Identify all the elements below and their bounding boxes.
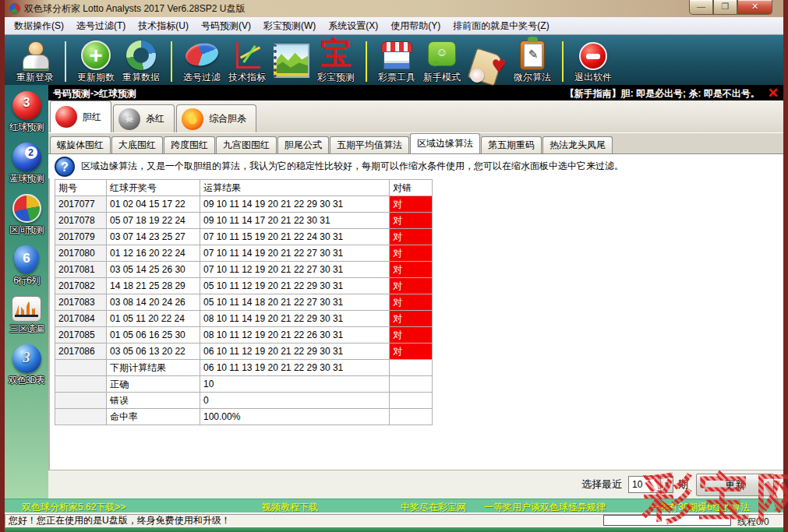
maximize-button[interactable]: ❐ bbox=[713, 0, 737, 15]
toolbar-login-button[interactable]: 重新登录 bbox=[12, 37, 58, 84]
table-cell: 2017084 bbox=[55, 311, 107, 327]
table-cell: 03 08 14 20 24 26 bbox=[107, 294, 200, 311]
tab-胆尾公式[interactable]: 胆尾公式 bbox=[277, 136, 329, 153]
ball-red-icon bbox=[55, 106, 77, 128]
table-cell: 2017083 bbox=[55, 294, 107, 311]
toolbar-filter-button[interactable]: 选号过滤 bbox=[179, 37, 224, 84]
table-cell: 2017079 bbox=[55, 229, 107, 245]
window-controls: —❐✕ bbox=[689, 0, 772, 15]
toolbar-button-label: 技术指标 bbox=[228, 71, 266, 84]
magnifier-icon bbox=[470, 69, 484, 83]
tab-五期平均值算法[interactable]: 五期平均值算法 bbox=[330, 136, 409, 153]
exit-icon bbox=[579, 42, 607, 70]
tab-第五期重码[interactable]: 第五期重码 bbox=[481, 136, 542, 153]
table-cell: 03 07 14 23 25 27 bbox=[107, 229, 200, 245]
sidebar-item-label: 红球预测 bbox=[9, 121, 44, 134]
tab-螺旋体围红[interactable]: 螺旋体围红 bbox=[50, 136, 111, 153]
sidebar-item-missing[interactable]: 三区遗漏 bbox=[9, 296, 44, 336]
toolbar-recalc-button[interactable]: 重算数据 bbox=[118, 37, 164, 84]
menu-item[interactable]: 使用帮助(Y) bbox=[384, 17, 447, 35]
tab-区域边缘算法[interactable]: 区域边缘算法 bbox=[410, 133, 480, 153]
progress-bar bbox=[603, 515, 731, 526]
tab-综合胆杀[interactable]: 综合胆杀 bbox=[176, 104, 256, 132]
update-button[interactable]: 更新 bbox=[696, 474, 774, 496]
algo-tab-strip: 螺旋体围红大底围红跨度围红九宫图围红胆尾公式五期平均值算法区域边缘算法第五期重码… bbox=[48, 133, 783, 153]
menu-item[interactable]: 排前面的就是中奖号(Z) bbox=[447, 17, 555, 35]
table-cell: 正确 bbox=[107, 376, 200, 393]
sidebar-item-redball[interactable]: 红球预测 bbox=[9, 91, 44, 134]
table-cell: 2017077 bbox=[55, 196, 107, 213]
table-row: 命中率100.00% bbox=[55, 409, 433, 425]
algo-description: 区域边缘算法，又是一个取胆组的算法，我认为它的稳定性比较好，每期可以作缩水条件使… bbox=[81, 160, 624, 173]
bottom-controls: 选择最近 10 ▼ 期 更新 bbox=[48, 470, 783, 499]
table-header-cell: 期号 bbox=[55, 180, 107, 196]
main-area: 红球预测蓝球预测区间预测6行6列三区遗漏双色3D表 号码预测->红球预测 【新手… bbox=[5, 85, 783, 499]
table-cell: 2017085 bbox=[55, 327, 107, 344]
table-cell: 03 05 06 13 20 22 bbox=[107, 344, 200, 360]
table-row: 201708103 05 14 25 26 3007 10 11 12 19 2… bbox=[55, 262, 433, 278]
sidebar-item-3dball[interactable]: 双色3D表 bbox=[9, 344, 44, 387]
table-cell: 对 bbox=[390, 213, 433, 229]
table-row: 201708303 08 14 20 24 2605 10 11 14 18 2… bbox=[55, 294, 433, 311]
table-cell: 对 bbox=[390, 327, 433, 344]
table-header-cell: 红球开奖号 bbox=[107, 180, 200, 196]
sidebar-item-pie[interactable]: 区间预测 bbox=[9, 194, 44, 237]
table-cell: 05 07 18 19 22 24 bbox=[107, 213, 200, 229]
close-button[interactable]: ✕ bbox=[737, 0, 772, 15]
redball-icon bbox=[12, 91, 41, 120]
menu-item[interactable]: 号码预测(V) bbox=[195, 17, 257, 35]
tab-label: 杀红 bbox=[146, 112, 164, 125]
toolbar-wfolder-button[interactable] bbox=[465, 37, 510, 84]
toolbar-exit-button[interactable]: 退出软件 bbox=[571, 37, 616, 84]
tab-热法龙头凤尾[interactable]: 热法龙头凤尾 bbox=[542, 136, 613, 153]
chevron-down-icon[interactable]: ▼ bbox=[660, 477, 673, 492]
results-table: 期号红球开奖号运算结果对错 201707701 02 04 15 17 2209… bbox=[55, 179, 433, 425]
table-body: 201707701 02 04 15 17 2209 10 11 14 19 2… bbox=[55, 196, 433, 425]
menu-item[interactable]: 系统设置(X) bbox=[322, 17, 384, 35]
panel-close-icon[interactable]: ✕ bbox=[768, 87, 779, 100]
missing-icon bbox=[12, 296, 41, 322]
results-table-area: 期号红球开奖号运算结果对错 201707701 02 04 15 17 2209… bbox=[48, 178, 783, 470]
table-cell: 对 bbox=[390, 245, 433, 262]
menu-item[interactable]: 技术指标(U) bbox=[132, 17, 195, 35]
toolbar-separator bbox=[366, 41, 367, 82]
tab-跨度围红[interactable]: 跨度围红 bbox=[164, 136, 215, 153]
toolbar-shop-button[interactable]: 彩票工具 bbox=[374, 37, 419, 84]
toolbar-add-button[interactable]: 更新期数 bbox=[73, 37, 118, 84]
sidebar-item-drop6[interactable]: 6行6列 bbox=[13, 245, 39, 287]
tech-icon bbox=[231, 41, 263, 70]
toolbar-separator bbox=[65, 41, 66, 82]
table-cell: 2017081 bbox=[55, 262, 107, 278]
weier-icon bbox=[520, 41, 545, 70]
toolbar-tech-button[interactable]: 技术指标 bbox=[224, 37, 270, 84]
sidebar-item-blueball[interactable]: 蓝球预测 bbox=[9, 143, 44, 185]
newbie-icon bbox=[428, 41, 456, 66]
select-recent-label: 选择最近 bbox=[581, 477, 622, 491]
table-cell: 05 10 11 14 18 20 21 22 27 30 31 bbox=[200, 294, 390, 311]
toolbar-trend-button[interactable] bbox=[270, 37, 313, 84]
bao-icon bbox=[320, 37, 352, 70]
toolbar-button-label: 重新登录 bbox=[16, 71, 54, 84]
table-cell: 01 12 16 20 22 24 bbox=[107, 245, 200, 262]
tab-九宫图围红[interactable]: 九宫图围红 bbox=[216, 136, 277, 153]
tab-胆红[interactable]: 胆红 bbox=[50, 100, 111, 132]
period-count-select[interactable]: 10 ▼ bbox=[628, 476, 673, 493]
tab-杀红[interactable]: 杀红 bbox=[113, 104, 175, 132]
table-cell: 06 10 11 13 19 20 21 22 29 30 31 bbox=[200, 360, 390, 376]
filter-icon bbox=[184, 41, 221, 69]
pie-icon bbox=[12, 194, 41, 223]
menu-item[interactable]: 彩宝预测(W) bbox=[257, 17, 322, 35]
table-cell: 06 10 11 12 19 20 21 22 29 30 31 bbox=[200, 344, 390, 360]
content-panel: 号码预测->红球预测 【新手指南】胆: 即是必出号; 杀: 即是不出号。 ✕ 胆… bbox=[48, 85, 783, 499]
tab-大底围红[interactable]: 大底围红 bbox=[111, 136, 163, 153]
toolbar-weier-button[interactable]: 微尔算法 bbox=[510, 37, 555, 84]
3dball-icon bbox=[12, 344, 41, 373]
menu-item[interactable]: 数据操作(S) bbox=[8, 17, 70, 35]
toolbar-newbie-button[interactable]: 新手模式 bbox=[419, 37, 465, 84]
tab-label: 综合胆杀 bbox=[209, 112, 246, 125]
table-cell bbox=[390, 376, 433, 393]
minimize-button[interactable]: — bbox=[689, 0, 713, 15]
toolbar-bao-button[interactable]: 彩宝预测 bbox=[313, 37, 359, 84]
menu-item[interactable]: 选号过滤(T) bbox=[70, 17, 132, 35]
table-cell: 对 bbox=[390, 344, 433, 360]
